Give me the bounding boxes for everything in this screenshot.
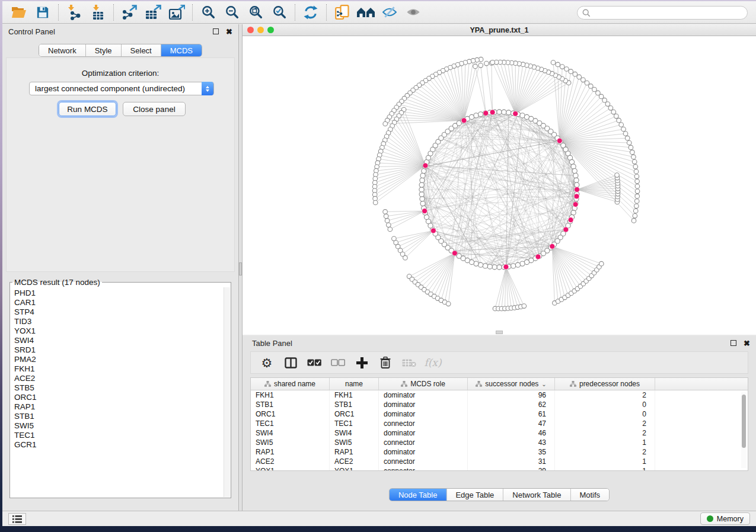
zoom-out-button[interactable] (220, 3, 244, 22)
mcds-result-item[interactable]: SWI4 (14, 336, 224, 345)
split-view-button[interactable] (283, 355, 298, 370)
zoom-in-button[interactable] (196, 3, 220, 22)
mcds-result-item[interactable]: STB1 (14, 412, 224, 421)
table-cell: ORC1 (251, 409, 330, 419)
table-cell: connector (379, 419, 468, 428)
column-header-shared-name[interactable]: shared name (251, 378, 330, 390)
close-panel-button[interactable]: Close panel (123, 102, 186, 116)
first-neighbors-icon (357, 7, 375, 18)
mcds-result-item[interactable]: ACE2 (14, 374, 224, 383)
column-header-predecessor-nodes[interactable]: predecessor nodes (555, 378, 655, 390)
import-table-button[interactable] (86, 3, 110, 22)
table-row[interactable]: RAP1RAP1dominator352 (251, 447, 748, 457)
table-cell: 29 (468, 466, 555, 471)
mcds-result-list[interactable]: PHD1CAR1STP4TID3YOX1SWI4SRD1PMA2FKH1ACE2… (10, 287, 224, 498)
memory-label: Memory (717, 515, 744, 523)
table-row[interactable]: STB1STB1dominator620 (251, 400, 748, 409)
tab-edge-table[interactable]: Edge Table (446, 489, 503, 501)
vertical-splitter[interactable] (238, 24, 243, 511)
duplicate-network-icon (335, 5, 350, 20)
search-input[interactable] (594, 8, 736, 17)
show-all-button[interactable] (401, 3, 425, 22)
save-session-button[interactable] (31, 3, 55, 22)
trash-icon (380, 357, 391, 368)
table-cell: ACE2 (251, 457, 330, 466)
first-neighbors-button[interactable] (354, 3, 378, 22)
table-panel: Table Panel ✖ ⚙ (243, 336, 756, 511)
export-image-button[interactable] (165, 3, 189, 22)
memory-button[interactable]: Memory (700, 512, 750, 525)
criterion-select[interactable]: largest connected component (undirected) (29, 82, 214, 95)
tab-node-table[interactable]: Node Table (390, 489, 447, 501)
tab-mcds[interactable]: MCDS (161, 44, 202, 56)
table-row[interactable]: ACE2ACE2connector311 (251, 457, 748, 466)
tab-style[interactable]: Style (86, 44, 122, 56)
zoom-selected-button[interactable] (267, 3, 291, 22)
hide-selected-button[interactable] (378, 3, 401, 22)
refresh-icon (304, 5, 318, 20)
network-titlebar[interactable]: YPA_prune.txt_1 (243, 24, 756, 36)
table-scrollbar-thumb[interactable] (742, 395, 746, 448)
table-settings-button[interactable]: ⚙ (259, 355, 275, 370)
mcds-result-item[interactable]: SWI5 (14, 421, 224, 431)
table-cell: dominator (379, 409, 468, 419)
tab-motifs[interactable]: Motifs (570, 489, 609, 501)
mcds-result-item[interactable]: RAP1 (14, 402, 224, 412)
table-row[interactable]: SWI5SWI5connector431 (251, 438, 748, 447)
table-cell: RAP1 (251, 447, 330, 457)
attribute-icon (476, 381, 482, 387)
tab-network-table[interactable]: Network Table (503, 489, 570, 501)
mcds-result-item[interactable]: STP4 (14, 307, 224, 317)
search-box[interactable] (577, 6, 748, 20)
export-network-button[interactable] (117, 3, 141, 22)
mcds-result-item[interactable]: PHD1 (14, 289, 224, 298)
horizontal-splitter-grip[interactable] (496, 331, 503, 334)
duplicate-network-button[interactable] (330, 3, 354, 22)
add-column-button[interactable] (354, 355, 369, 370)
open-session-button[interactable] (7, 3, 31, 22)
splitter-grip[interactable] (239, 262, 242, 275)
delete-columns-button[interactable] (378, 355, 393, 370)
mcds-result-item[interactable]: ORC1 (14, 393, 224, 402)
table-scrollbar[interactable] (741, 392, 747, 468)
table-row[interactable]: SWI4SWI4dominator462 (251, 428, 748, 438)
export-table-button[interactable] (141, 3, 165, 22)
table-cell: dominator (379, 447, 468, 457)
network-canvas[interactable] (243, 36, 756, 335)
float-panel-icon[interactable] (213, 28, 219, 34)
mcds-result-item[interactable]: TEC1 (14, 431, 224, 440)
zoom-fit-button[interactable] (244, 3, 267, 22)
refresh-button[interactable] (299, 3, 323, 22)
table-row[interactable]: YOX1YOX1connector291 (251, 466, 748, 471)
table-row[interactable]: ORC1ORC1dominator610 (251, 409, 748, 419)
float-table-panel-icon[interactable] (731, 340, 736, 346)
tab-network[interactable]: Network (39, 44, 86, 56)
mcds-result-item[interactable]: GCR1 (14, 440, 224, 450)
deselect-all-button[interactable] (330, 355, 346, 370)
mcds-result-item[interactable]: FKH1 (14, 364, 224, 374)
column-header-successor-nodes[interactable]: successor nodes ⌄ (468, 378, 555, 390)
table-cell: 1 (555, 457, 655, 466)
mcds-result-item[interactable]: CAR1 (14, 298, 224, 307)
mcds-result-item[interactable]: PMA2 (14, 355, 224, 364)
show-panels-button[interactable] (8, 513, 26, 525)
run-mcds-button[interactable]: Run MCDS (59, 102, 116, 116)
table-row[interactable]: FKH1FKH1dominator962 (251, 390, 748, 400)
mcds-result-item[interactable]: STB5 (14, 383, 224, 393)
mcds-list-scrollbar[interactable] (224, 287, 230, 497)
tab-select[interactable]: Select (122, 44, 161, 56)
checked-boxes-icon (307, 359, 321, 366)
zoom-selected-icon (273, 5, 286, 19)
column-header-mcds-role[interactable]: MCDS role (379, 378, 468, 390)
select-all-button[interactable] (307, 355, 322, 370)
close-table-panel-icon[interactable]: ✖ (744, 339, 750, 348)
table-cell: ORC1 (330, 409, 379, 419)
import-network-button[interactable] (62, 3, 86, 22)
function-builder-button: f(x) (425, 355, 441, 370)
close-panel-icon[interactable]: ✖ (226, 27, 232, 36)
mcds-result-item[interactable]: TID3 (14, 317, 224, 326)
column-header-name[interactable]: name (330, 378, 379, 390)
table-row[interactable]: TEC1TEC1connector472 (251, 419, 748, 428)
mcds-result-item[interactable]: SRD1 (14, 345, 224, 355)
mcds-result-item[interactable]: YOX1 (14, 326, 224, 336)
